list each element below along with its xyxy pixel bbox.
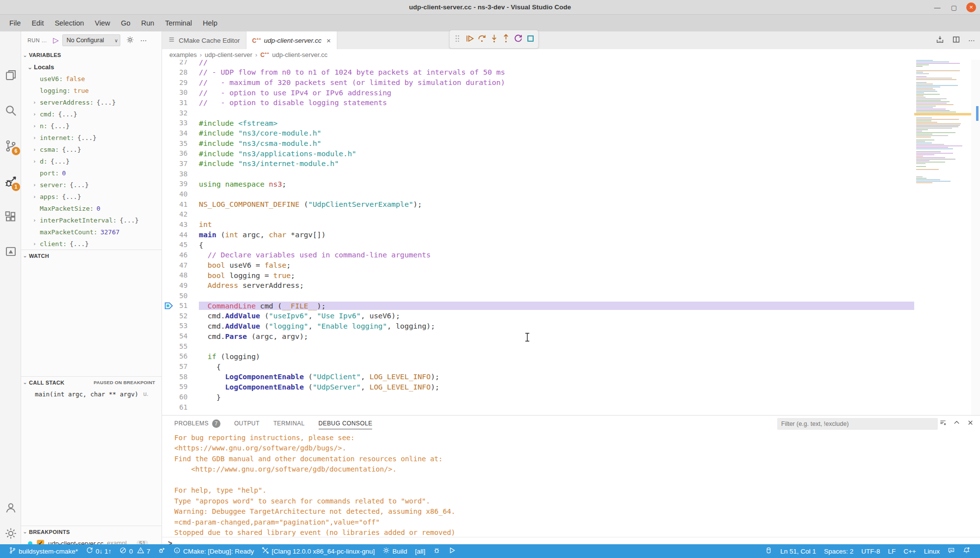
code-line-35[interactable]: 35#include "ns3/csma-module.h" [162, 138, 914, 148]
gutter[interactable] [162, 402, 175, 412]
breakpoint-checkbox[interactable]: ✓ [37, 540, 44, 545]
expand-chevron-icon[interactable]: › [33, 99, 40, 106]
editor-scrollbar[interactable] [971, 60, 980, 415]
activity-source-control-icon[interactable]: 6 [0, 135, 21, 156]
code-line-33[interactable]: 33#include <fstream> [162, 118, 914, 128]
gutter[interactable] [162, 67, 175, 78]
code-line-30[interactable]: 30// - option to use IPv4 or IPv6 addres… [162, 87, 914, 98]
step-over-icon[interactable] [477, 34, 487, 45]
debug-console-output[interactable]: Type "show configuration" for configurat… [162, 431, 980, 545]
locals-scope-row[interactable]: ⌄Locals [26, 61, 54, 73]
code-line-27[interactable]: 27// [162, 60, 914, 67]
code-line-44[interactable]: 44main (int argc, char *argv[]) [162, 229, 914, 240]
code-line-38[interactable]: 38 [162, 168, 914, 179]
step-into-icon[interactable] [490, 34, 499, 45]
statusbar-sync-status[interactable]: 0↓ 1↑ [82, 544, 115, 558]
more-actions-icon[interactable]: ⋯ [968, 36, 975, 44]
activity-settings-icon[interactable] [0, 523, 21, 544]
activity-account-icon[interactable] [0, 497, 21, 518]
close-panel-icon[interactable] [967, 419, 974, 428]
activity-search-icon[interactable] [0, 100, 21, 121]
gutter[interactable] [162, 189, 175, 199]
expand-chevron-icon[interactable]: › [33, 123, 40, 129]
panel-tab-debug-console[interactable]: DEBUG CONSOLE [319, 416, 373, 431]
statusbar-notifications[interactable] [959, 544, 974, 558]
gutter[interactable] [162, 128, 175, 139]
watch-section-header[interactable]: ⌄WATCH [21, 250, 162, 261]
split-editor-icon[interactable] [952, 35, 960, 45]
breakpoints-section-header[interactable]: ⌄BREAKPOINTS [21, 526, 162, 537]
maximize-panel-icon[interactable] [953, 419, 960, 428]
stack-frame-row[interactable]: main(int argc, char ** argv) u. [35, 388, 148, 400]
gutter[interactable] [162, 108, 175, 118]
code-line-42[interactable]: 42 [162, 209, 914, 220]
close-tab-icon[interactable]: × [327, 36, 331, 45]
breadcrumb-item[interactable]: udp-client-server.cc [272, 51, 327, 58]
gutter[interactable] [162, 148, 175, 159]
debug-config-dropdown[interactable]: No Configural ∨ [62, 34, 120, 46]
code-line-59[interactable]: 59 LogComponentEnable ("UdpServer", LOG_… [162, 382, 914, 392]
gutter[interactable] [162, 362, 175, 372]
statusbar-cursor-position[interactable]: Ln 51, Col 1 [776, 544, 820, 558]
statusbar-build-button[interactable]: Build [379, 544, 411, 558]
code-line-48[interactable]: 48 bool logging = true; [162, 270, 914, 280]
variable-row-interPacketInterval[interactable]: ›interPacketInterval:{...} [21, 214, 162, 226]
breadcrumb-item[interactable]: examples [169, 51, 197, 58]
activity-extensions-icon[interactable] [0, 206, 21, 227]
statusbar-run-target-button[interactable] [444, 544, 460, 558]
code-line-49[interactable]: 49 Address serverAddress; [162, 280, 914, 291]
code-line-43[interactable]: 43int [162, 220, 914, 230]
variable-row-d[interactable]: ›d:{...} [21, 155, 162, 167]
gutter[interactable] [162, 392, 175, 402]
code-line-37[interactable]: 37#include "ns3/internet-module.h" [162, 159, 914, 169]
code-line-41[interactable]: 41NS_LOG_COMPONENT_DEFINE ("UdpClientSer… [162, 199, 914, 209]
gutter[interactable] [162, 159, 175, 169]
maximize-icon[interactable]: ▢ [950, 4, 958, 11]
current-instruction-pointer-icon[interactable] [162, 301, 175, 311]
statusbar-branch-status[interactable]: buildsystem-cmake* [5, 544, 82, 558]
tab-cmake-cache-editor[interactable]: CMake Cache Editor [162, 31, 246, 49]
clear-console-icon[interactable] [939, 419, 947, 428]
expand-chevron-icon[interactable]: › [33, 111, 40, 117]
expand-chevron-icon[interactable]: › [33, 182, 40, 188]
statusbar-debug-status[interactable] [154, 544, 169, 558]
variable-row-csma[interactable]: ›csma:{...} [21, 143, 162, 155]
gutter[interactable] [162, 341, 175, 351]
menu-file[interactable]: File [4, 17, 26, 29]
activity-run-and-debug-icon[interactable]: 1 [0, 171, 21, 192]
restart-icon[interactable] [514, 34, 523, 45]
breakpoint-row[interactable]: ✓ udp-client-server.cc exampl… 51 [21, 537, 162, 544]
panel-tab-terminal[interactable]: TERMINAL [273, 416, 305, 431]
gutter[interactable] [162, 290, 175, 301]
activity-explorer-icon[interactable] [0, 64, 21, 85]
drag-grip-icon[interactable] [453, 34, 462, 45]
breadcrumb-item[interactable]: udp-client-server [205, 51, 252, 58]
code-line-34[interactable]: 34#include "ns3/core-module.h" [162, 128, 914, 139]
code-line-50[interactable]: 50 [162, 290, 914, 301]
statusbar-cmake-status[interactable]: CMake: [Debug]: Ready [169, 544, 258, 558]
more-actions-icon[interactable]: ⋯ [140, 36, 147, 44]
code-line-60[interactable]: 60 } [162, 392, 914, 402]
gutter[interactable] [162, 118, 175, 128]
gutter[interactable] [162, 260, 175, 270]
gutter[interactable] [162, 220, 175, 230]
gutter[interactable] [162, 199, 175, 209]
gutter[interactable] [162, 331, 175, 341]
step-out-icon[interactable] [501, 34, 511, 45]
gutter[interactable] [162, 382, 175, 392]
minimize-icon[interactable]: — [933, 4, 942, 11]
gutter[interactable] [162, 138, 175, 148]
statusbar-indentation[interactable]: Spaces: 2 [820, 544, 857, 558]
code-line-53[interactable]: 53 cmd.AddValue ("logging", "Enable logg… [162, 321, 914, 331]
code-line-28[interactable]: 28// - UDP flow from n0 to n1 of 1024 by… [162, 67, 914, 78]
gutter[interactable] [162, 240, 175, 250]
start-debug-icon[interactable]: ▷ [53, 36, 59, 45]
code-line-45[interactable]: 45{ [162, 240, 914, 250]
gutter[interactable] [162, 209, 175, 220]
code-line-46[interactable]: 46 // Declare variables used in command-… [162, 250, 914, 260]
menu-edit[interactable]: Edit [26, 17, 49, 29]
variable-row-maxPacketCount[interactable]: maxPacketCount:32767 [21, 226, 162, 238]
statusbar-problems-status[interactable]: 07 [115, 544, 154, 558]
gutter[interactable] [162, 87, 175, 98]
gutter[interactable] [162, 280, 175, 291]
